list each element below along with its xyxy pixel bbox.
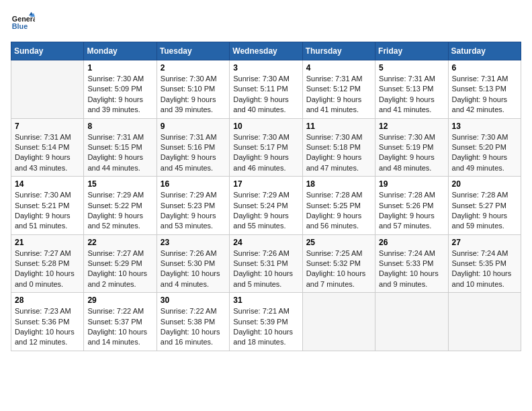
day-info: Sunrise: 7:29 AM Sunset: 5:22 PM Dayligh… (87, 190, 152, 232)
calendar-table: SundayMondayTuesdayWednesdayThursdayFrid… (11, 42, 521, 351)
svg-text:Blue: Blue (12, 22, 28, 30)
day-number: 28 (15, 295, 80, 305)
day-number: 13 (452, 122, 517, 131)
logo: General Blue (11, 11, 38, 35)
day-number: 4 (306, 63, 371, 73)
day-info: Sunrise: 7:26 AM Sunset: 5:30 PM Dayligh… (161, 248, 226, 290)
day-number: 24 (233, 238, 298, 247)
calendar-cell: 8Sunrise: 7:31 AM Sunset: 5:15 PM Daylig… (84, 118, 157, 177)
day-info: Sunrise: 7:28 AM Sunset: 5:25 PM Dayligh… (306, 190, 371, 232)
day-info: Sunrise: 7:24 AM Sunset: 5:35 PM Dayligh… (452, 248, 517, 290)
day-number: 19 (379, 179, 444, 189)
col-header-monday: Monday (84, 42, 157, 60)
day-info: Sunrise: 7:31 AM Sunset: 5:13 PM Dayligh… (379, 74, 444, 116)
day-info: Sunrise: 7:30 AM Sunset: 5:11 PM Dayligh… (233, 74, 298, 116)
calendar-cell: 17Sunrise: 7:29 AM Sunset: 5:24 PM Dayli… (230, 177, 302, 235)
calendar-cell: 27Sunrise: 7:24 AM Sunset: 5:35 PM Dayli… (448, 234, 521, 293)
calendar-cell: 12Sunrise: 7:30 AM Sunset: 5:19 PM Dayli… (375, 118, 448, 177)
day-info: Sunrise: 7:25 AM Sunset: 5:32 PM Dayligh… (306, 248, 371, 290)
day-info: Sunrise: 7:22 AM Sunset: 5:37 PM Dayligh… (87, 306, 152, 348)
calendar-cell: 13Sunrise: 7:30 AM Sunset: 5:20 PM Dayli… (448, 118, 521, 177)
day-number: 2 (161, 63, 226, 73)
day-number: 1 (87, 63, 152, 73)
day-info: Sunrise: 7:30 AM Sunset: 5:10 PM Dayligh… (161, 74, 226, 116)
calendar-cell: 7Sunrise: 7:31 AM Sunset: 5:14 PM Daylig… (11, 118, 84, 177)
day-number: 25 (306, 238, 371, 247)
col-header-wednesday: Wednesday (230, 42, 302, 60)
day-info: Sunrise: 7:30 AM Sunset: 5:17 PM Dayligh… (233, 132, 298, 174)
calendar-week-2: 7Sunrise: 7:31 AM Sunset: 5:14 PM Daylig… (11, 118, 521, 177)
day-info: Sunrise: 7:24 AM Sunset: 5:33 PM Dayligh… (379, 248, 444, 290)
col-header-saturday: Saturday (448, 42, 521, 60)
day-info: Sunrise: 7:22 AM Sunset: 5:38 PM Dayligh… (161, 306, 226, 348)
calendar-cell: 29Sunrise: 7:22 AM Sunset: 5:37 PM Dayli… (84, 293, 157, 351)
calendar-cell: 21Sunrise: 7:27 AM Sunset: 5:28 PM Dayli… (11, 234, 84, 293)
day-info: Sunrise: 7:27 AM Sunset: 5:28 PM Dayligh… (15, 248, 80, 290)
day-info: Sunrise: 7:21 AM Sunset: 5:39 PM Dayligh… (233, 306, 298, 348)
day-info: Sunrise: 7:31 AM Sunset: 5:12 PM Dayligh… (306, 74, 371, 116)
calendar-cell: 22Sunrise: 7:27 AM Sunset: 5:29 PM Dayli… (84, 234, 157, 293)
calendar-cell: 6Sunrise: 7:31 AM Sunset: 5:13 PM Daylig… (448, 60, 521, 119)
day-number: 30 (161, 295, 226, 305)
day-number: 16 (161, 179, 226, 189)
calendar-cell: 19Sunrise: 7:28 AM Sunset: 5:26 PM Dayli… (375, 177, 448, 235)
day-info: Sunrise: 7:26 AM Sunset: 5:31 PM Dayligh… (233, 248, 298, 290)
day-info: Sunrise: 7:28 AM Sunset: 5:27 PM Dayligh… (452, 190, 517, 232)
calendar-cell: 5Sunrise: 7:31 AM Sunset: 5:13 PM Daylig… (375, 60, 448, 119)
day-info: Sunrise: 7:30 AM Sunset: 5:20 PM Dayligh… (452, 132, 517, 174)
day-number: 17 (233, 179, 298, 189)
calendar-cell: 11Sunrise: 7:30 AM Sunset: 5:18 PM Dayli… (302, 118, 375, 177)
day-number: 7 (15, 122, 80, 131)
col-header-tuesday: Tuesday (157, 42, 229, 60)
calendar-cell: 4Sunrise: 7:31 AM Sunset: 5:12 PM Daylig… (302, 60, 375, 119)
calendar-cell: 20Sunrise: 7:28 AM Sunset: 5:27 PM Dayli… (448, 177, 521, 235)
day-number: 10 (233, 122, 298, 131)
day-number: 11 (306, 122, 371, 131)
day-number: 12 (379, 122, 444, 131)
day-number: 20 (452, 179, 517, 189)
calendar-cell: 28Sunrise: 7:23 AM Sunset: 5:36 PM Dayli… (11, 293, 84, 351)
calendar-cell: 15Sunrise: 7:29 AM Sunset: 5:22 PM Dayli… (84, 177, 157, 235)
calendar-cell: 24Sunrise: 7:26 AM Sunset: 5:31 PM Dayli… (230, 234, 302, 293)
day-number: 18 (306, 179, 371, 189)
day-info: Sunrise: 7:28 AM Sunset: 5:26 PM Dayligh… (379, 190, 444, 232)
day-number: 27 (452, 238, 517, 247)
day-info: Sunrise: 7:27 AM Sunset: 5:29 PM Dayligh… (87, 248, 152, 290)
day-number: 15 (87, 179, 152, 189)
calendar-cell: 1Sunrise: 7:30 AM Sunset: 5:09 PM Daylig… (84, 60, 157, 119)
calendar-cell (302, 293, 375, 351)
day-number: 23 (161, 238, 226, 247)
calendar-cell: 9Sunrise: 7:31 AM Sunset: 5:16 PM Daylig… (157, 118, 229, 177)
calendar-cell: 25Sunrise: 7:25 AM Sunset: 5:32 PM Dayli… (302, 234, 375, 293)
day-number: 3 (233, 63, 298, 73)
calendar-cell: 2Sunrise: 7:30 AM Sunset: 5:10 PM Daylig… (157, 60, 229, 119)
day-info: Sunrise: 7:29 AM Sunset: 5:24 PM Dayligh… (233, 190, 298, 232)
day-number: 9 (161, 122, 226, 131)
day-info: Sunrise: 7:31 AM Sunset: 5:16 PM Dayligh… (161, 132, 226, 174)
day-number: 31 (233, 295, 298, 305)
day-info: Sunrise: 7:29 AM Sunset: 5:23 PM Dayligh… (161, 190, 226, 232)
day-info: Sunrise: 7:30 AM Sunset: 5:21 PM Dayligh… (15, 190, 80, 232)
day-number: 29 (87, 295, 152, 305)
day-info: Sunrise: 7:31 AM Sunset: 5:14 PM Dayligh… (15, 132, 80, 174)
day-number: 6 (452, 63, 517, 73)
calendar-cell: 30Sunrise: 7:22 AM Sunset: 5:38 PM Dayli… (157, 293, 229, 351)
col-header-friday: Friday (375, 42, 448, 60)
day-number: 8 (87, 122, 152, 131)
calendar-cell: 10Sunrise: 7:30 AM Sunset: 5:17 PM Dayli… (230, 118, 302, 177)
day-number: 26 (379, 238, 444, 247)
calendar-cell (11, 60, 84, 119)
day-info: Sunrise: 7:30 AM Sunset: 5:19 PM Dayligh… (379, 132, 444, 174)
calendar-week-5: 28Sunrise: 7:23 AM Sunset: 5:36 PM Dayli… (11, 293, 521, 351)
calendar-cell: 18Sunrise: 7:28 AM Sunset: 5:25 PM Dayli… (302, 177, 375, 235)
day-info: Sunrise: 7:30 AM Sunset: 5:18 PM Dayligh… (306, 132, 371, 174)
calendar-cell: 3Sunrise: 7:30 AM Sunset: 5:11 PM Daylig… (230, 60, 302, 119)
logo-icon: General Blue (11, 11, 35, 35)
calendar-cell: 31Sunrise: 7:21 AM Sunset: 5:39 PM Dayli… (230, 293, 302, 351)
day-info: Sunrise: 7:30 AM Sunset: 5:09 PM Dayligh… (87, 74, 152, 116)
calendar-cell: 14Sunrise: 7:30 AM Sunset: 5:21 PM Dayli… (11, 177, 84, 235)
day-number: 14 (15, 179, 80, 189)
col-header-sunday: Sunday (11, 42, 84, 60)
calendar-cell: 23Sunrise: 7:26 AM Sunset: 5:30 PM Dayli… (157, 234, 229, 293)
day-info: Sunrise: 7:31 AM Sunset: 5:13 PM Dayligh… (452, 74, 517, 116)
